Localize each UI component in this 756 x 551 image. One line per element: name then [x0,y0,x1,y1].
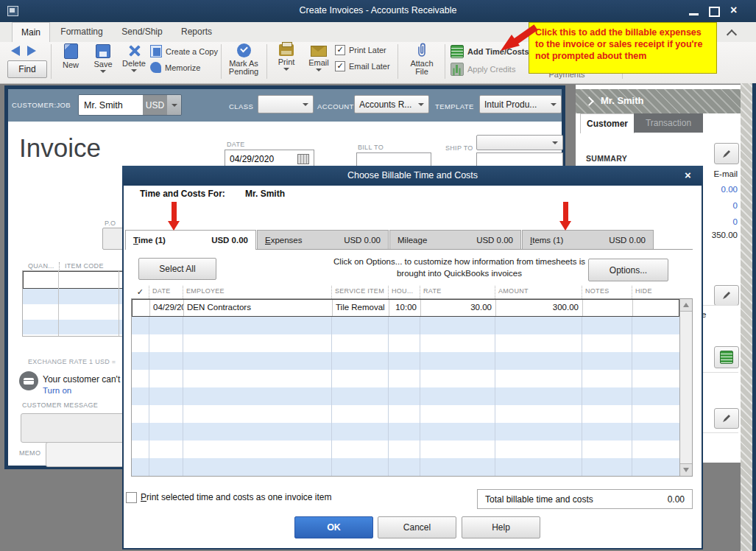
save-button[interactable]: Save [88,44,118,73]
print-one-item-checkbox[interactable] [126,492,137,503]
create-copy-button[interactable]: Create a Copy [150,45,218,57]
attach-file-button[interactable]: Attach File [403,43,440,76]
customer-job-combo[interactable]: Mr. Smith USD [78,94,182,116]
chevron-right-icon[interactable] [584,96,594,106]
account-select[interactable]: Accounts R... [354,95,429,113]
time-costs-report-button[interactable] [714,346,739,368]
print-later-checkbox[interactable]: ✓ Print Later [335,45,386,55]
tab-time[interactable]: Time (1) USD 0.00 [125,230,256,250]
billable-row[interactable]: 04/29/20... DEN Contractors Tile Removal… [132,299,679,317]
new-label: New [63,60,79,69]
billable-table-header: ✓ DATE EMPLOYEE SERVICE ITEM HOU... RATE… [132,286,679,298]
window-title: Create Invoices - Accounts Receivable [0,5,756,15]
find-label: Find [18,64,35,74]
back-icon[interactable] [11,46,20,56]
summary-count-1[interactable]: 0 [733,201,738,210]
edit-button[interactable] [714,285,739,306]
customer-job-label: CUSTOMER:JOB [12,101,71,109]
calendar-icon[interactable] [297,154,309,164]
header-date[interactable]: DATE [149,286,183,298]
mark-pending-label2: Pending [229,67,258,76]
summary-count-2[interactable]: 0 [733,217,738,226]
cancel-label: Cancel [403,522,431,533]
header-employee[interactable]: EMPLOYEE [183,286,331,298]
tab-sendship[interactable]: Send/Ship [115,22,169,41]
help-button[interactable]: Help [462,516,540,538]
close-icon[interactable]: × [730,4,737,17]
row-amount[interactable]: 300.00 [495,300,582,316]
header-hours[interactable]: HOU... [388,286,420,298]
find-button[interactable]: Find [7,60,47,78]
delete-label: Delete [122,59,146,68]
tab-main[interactable]: Main [12,22,50,42]
apply-credits-button[interactable]: Apply Credits [451,63,515,76]
account-value: Accounts R... [359,99,411,110]
customer-panel-header[interactable]: Mr. Smith [576,89,741,113]
email-later-check-icon[interactable]: ✓ [335,61,345,71]
delete-button[interactable]: Delete [118,44,150,72]
row-rate[interactable]: 30.00 [420,300,495,316]
new-button[interactable]: New [56,43,85,69]
dialog-title-bar: Choose Billable Time and Costs [122,166,703,186]
header-notes[interactable]: NOTES [582,286,632,298]
summary-label: SUMMARY [586,154,627,163]
template-select[interactable]: Intuit Produ... [479,95,562,113]
row-hours[interactable]: 10:00 [389,300,420,316]
tab-transaction[interactable]: Transaction [634,113,703,133]
tab-customer[interactable]: Customer [580,113,635,133]
select-all-button[interactable]: Select All [138,258,216,280]
turn-on-link[interactable]: Turn on [43,386,71,395]
item-code-column-header: ITEM CODE [65,262,104,270]
header-rate[interactable]: RATE [420,286,495,298]
tab-mileage-amount: USD 0.00 [476,236,513,245]
divider [703,432,738,433]
header-hide[interactable]: HIDE [632,286,679,298]
customer-job-value[interactable]: Mr. Smith [79,95,143,115]
pencil-icon [721,413,732,424]
tab-formatting[interactable]: Formatting [53,22,110,41]
email-button[interactable]: Email [303,42,334,71]
scroll-up-icon[interactable] [680,299,692,312]
tab-items[interactable]: Items (1) USD 0.00 [522,230,654,250]
billable-table[interactable]: 04/29/20... DEN Contractors Tile Removal… [131,298,693,477]
ship-to-select[interactable] [476,135,563,150]
tab-expenses[interactable]: Expenses USD 0.00 [257,230,389,250]
row-date[interactable]: 04/29/20... [149,300,183,316]
ok-button[interactable]: OK [294,516,373,538]
header-amount[interactable]: AMOUNT [495,286,582,298]
class-select[interactable] [258,95,314,113]
empty-rows[interactable] [132,317,679,476]
edit-summary-button[interactable] [714,143,739,164]
edit-button[interactable] [714,408,739,429]
row-employee[interactable]: DEN Contractors [183,300,332,316]
scroll-down-icon[interactable] [680,463,692,476]
mark-pending-button[interactable]: Mark As Pending [224,43,264,76]
options-button[interactable]: Options... [588,259,668,281]
divider [51,44,52,79]
minimize-icon[interactable] [689,13,699,15]
account-dropdown-icon [418,103,424,106]
row-check-cell[interactable] [133,300,149,316]
row-service-item[interactable]: Tile Removal [332,300,389,316]
customer-job-dropdown-icon[interactable] [167,95,181,115]
column-separator [632,317,632,476]
cancel-button[interactable]: Cancel [378,516,456,538]
memorize-button[interactable]: Memorize [150,62,200,73]
tab-reports[interactable]: Reports [174,22,219,41]
print-button[interactable]: Print [271,42,302,71]
email-later-checkbox[interactable]: ✓ Email Later [335,61,390,71]
header-service-item[interactable]: SERVICE ITEM [331,286,388,298]
forward-icon[interactable] [27,46,36,56]
dialog-close-icon[interactable]: × [685,169,691,181]
table-scrollbar[interactable] [679,299,692,476]
for-label: Time and Costs For: [140,189,225,199]
print-later-check-icon[interactable]: ✓ [335,45,345,55]
divider [266,44,267,79]
po-label: P.O [105,220,116,227]
summary-open-balance[interactable]: 0.00 [721,185,738,194]
dock-strip[interactable] [741,83,752,551]
row-hide[interactable] [632,300,679,316]
row-notes[interactable] [582,300,632,316]
tab-mileage[interactable]: Mileage USD 0.00 [389,230,521,250]
maximize-icon[interactable] [709,7,720,17]
